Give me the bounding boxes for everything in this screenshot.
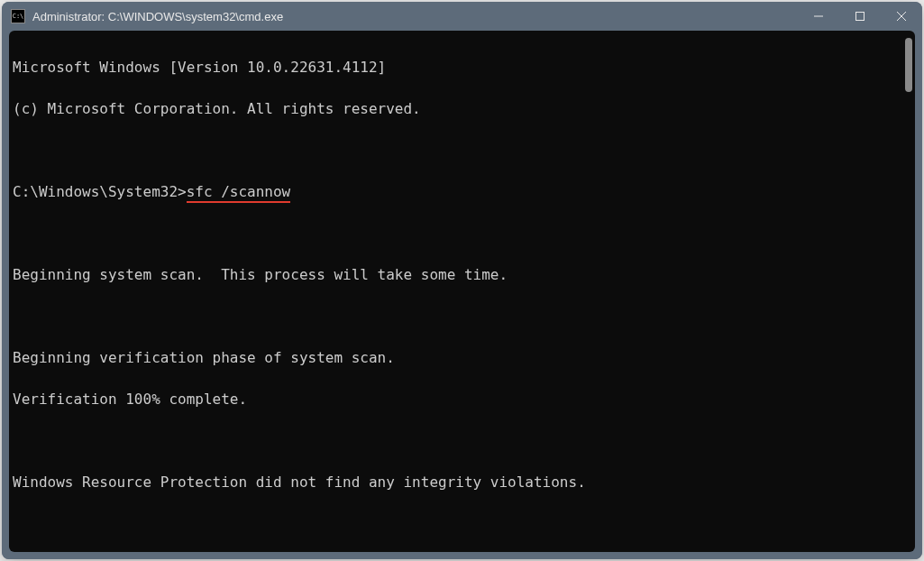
prompt-line: C:\Windows\System32>sfc /scannow <box>13 181 899 202</box>
terminal-output[interactable]: Microsoft Windows [Version 10.0.22631.41… <box>9 31 902 552</box>
output-line: (c) Microsoft Corporation. All rights re… <box>13 98 899 119</box>
output-blank <box>13 430 899 451</box>
cmd-icon: C:\ <box>11 9 25 23</box>
maximize-icon <box>855 12 865 21</box>
window-controls <box>798 2 922 31</box>
titlebar[interactable]: C:\ Administrator: C:\WINDOWS\system32\c… <box>2 2 922 31</box>
window-title: Administrator: C:\WINDOWS\system32\cmd.e… <box>32 10 798 23</box>
entered-command: sfc /scannow <box>187 183 291 203</box>
output-blank <box>13 140 899 161</box>
cmd-icon-text: C:\ <box>13 14 24 20</box>
terminal-container: Microsoft Windows [Version 10.0.22631.41… <box>2 31 922 559</box>
close-button[interactable] <box>881 2 922 31</box>
close-icon <box>897 12 906 21</box>
output-line: Verification 100% complete. <box>13 389 899 409</box>
cmd-window: C:\ Administrator: C:\WINDOWS\system32\c… <box>2 2 922 559</box>
output-line: Microsoft Windows [Version 10.0.22631.41… <box>13 57 899 78</box>
maximize-button[interactable] <box>839 2 881 31</box>
scrollbar-track[interactable] <box>902 31 915 552</box>
output-blank <box>13 223 899 244</box>
minimize-button[interactable] <box>798 2 839 31</box>
minimize-icon <box>814 12 823 21</box>
output-line: Beginning verification phase of system s… <box>13 347 899 368</box>
output-line: Windows Resource Protection did not find… <box>13 472 899 492</box>
output-blank <box>13 513 899 534</box>
output-line: Beginning system scan. This process will… <box>13 264 899 285</box>
output-blank <box>13 306 899 326</box>
svg-rect-1 <box>856 13 865 21</box>
prompt-prefix: C:\Windows\System32> <box>13 183 187 200</box>
scrollbar-thumb[interactable] <box>905 38 912 92</box>
